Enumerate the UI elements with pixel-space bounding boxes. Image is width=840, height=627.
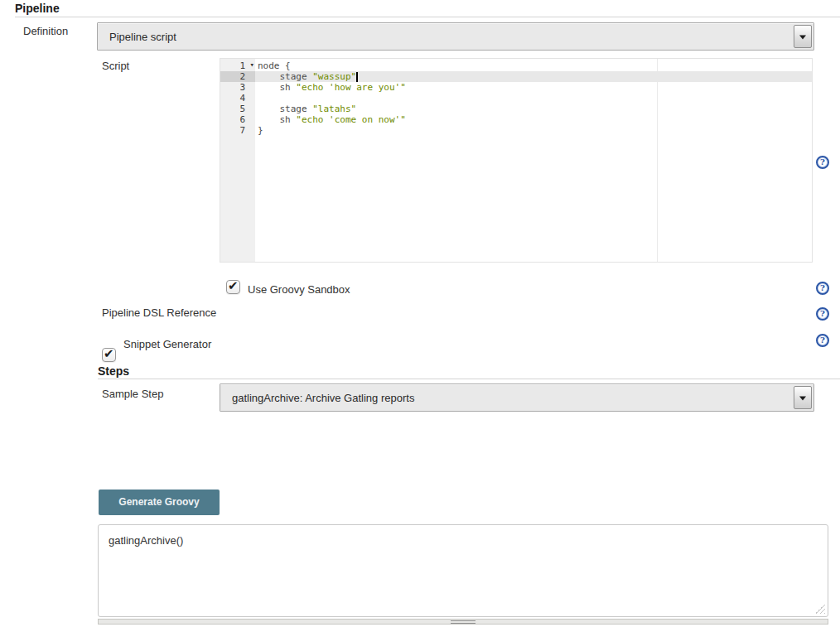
line-number: 6 — [220, 114, 255, 125]
snippet-generator-label[interactable]: Snippet Generator — [123, 338, 211, 350]
groovy-output-text: gatlingArchive() — [109, 534, 183, 547]
code-text — [255, 93, 258, 104]
sandbox-help-icon[interactable]: ? — [816, 282, 829, 295]
code-line[interactable]: 6 sh "echo 'come on now'" — [220, 114, 812, 125]
code-text: } — [255, 125, 263, 136]
code-line[interactable]: 7 } — [220, 125, 812, 136]
line-number: 5 — [220, 104, 255, 114]
generate-groovy-button[interactable]: Generate Groovy — [99, 490, 220, 515]
section-divider — [15, 17, 840, 17]
code-text: stage "latahs" — [255, 104, 356, 114]
line-number: 7 — [220, 125, 255, 136]
checkmark-icon: ✔ — [228, 278, 239, 293]
chevron-down-icon — [799, 397, 806, 401]
script-label: Script — [102, 60, 129, 72]
line-number: 1▾ — [220, 60, 255, 71]
use-groovy-sandbox-label[interactable]: Use Groovy Sandbox — [248, 283, 350, 296]
sample-step-select-value: gatlingArchive: Archive Gatling reports — [232, 392, 414, 404]
definition-select-value: Pipeline script — [109, 31, 176, 43]
sample-step-label: Sample Step — [102, 388, 163, 400]
pipeline-section-title: Pipeline — [15, 2, 60, 15]
groovy-output-textarea[interactable]: gatlingArchive() — [98, 524, 828, 617]
line-number: 4 — [220, 93, 255, 104]
drag-grip-icon — [451, 620, 476, 624]
code-line[interactable]: 5 stage "latahs" — [220, 104, 812, 114]
code-line-active[interactable]: 2 stage "wassup" — [220, 71, 812, 82]
script-help-icon[interactable]: ? — [816, 156, 829, 169]
pipeline-config-page: Pipeline Definition Pipeline script Scri… — [0, 0, 840, 627]
sample-step-select-arrow-button[interactable] — [794, 386, 812, 409]
code-line[interactable]: 1▾ node { — [220, 60, 812, 71]
textarea-drag-handle[interactable] — [98, 619, 828, 625]
chevron-down-icon — [799, 36, 806, 40]
line-number: 2 — [220, 71, 255, 82]
dsl-reference-help-icon[interactable]: ? — [816, 307, 829, 321]
script-code-editor[interactable]: 1▾ node { 2 stage "wassup" 3 sh "echo 'h… — [220, 58, 813, 263]
text-cursor — [356, 72, 358, 82]
code-line[interactable]: 3 sh "echo 'how are you'" — [220, 82, 812, 93]
section-divider — [98, 379, 840, 379]
resize-grip-icon[interactable] — [815, 604, 825, 614]
definition-select[interactable]: Pipeline script — [97, 22, 814, 51]
code-text: stage "wassup" — [255, 71, 358, 82]
sample-step-select[interactable]: gatlingArchive: Archive Gatling reports — [220, 383, 814, 412]
code-text: sh "echo 'come on now'" — [255, 114, 406, 125]
snippet-generator-checkbox[interactable]: ✔ — [102, 348, 116, 362]
code-text: sh "echo 'how are you'" — [255, 82, 406, 93]
use-groovy-sandbox-checkbox[interactable]: ✔ — [226, 280, 240, 294]
pipeline-dsl-reference-link[interactable]: Pipeline DSL Reference — [102, 306, 216, 319]
definition-select-arrow-button[interactable] — [794, 25, 812, 48]
code-text: node { — [255, 60, 291, 71]
line-number: 3 — [220, 82, 255, 93]
code-fold-icon[interactable]: ▾ — [250, 60, 254, 70]
steps-section-title: Steps — [98, 364, 129, 378]
snippet-generator-help-icon[interactable]: ? — [816, 334, 829, 347]
definition-label: Definition — [23, 25, 68, 37]
checkmark-icon: ✔ — [104, 346, 114, 361]
code-line[interactable]: 4 — [220, 93, 812, 104]
